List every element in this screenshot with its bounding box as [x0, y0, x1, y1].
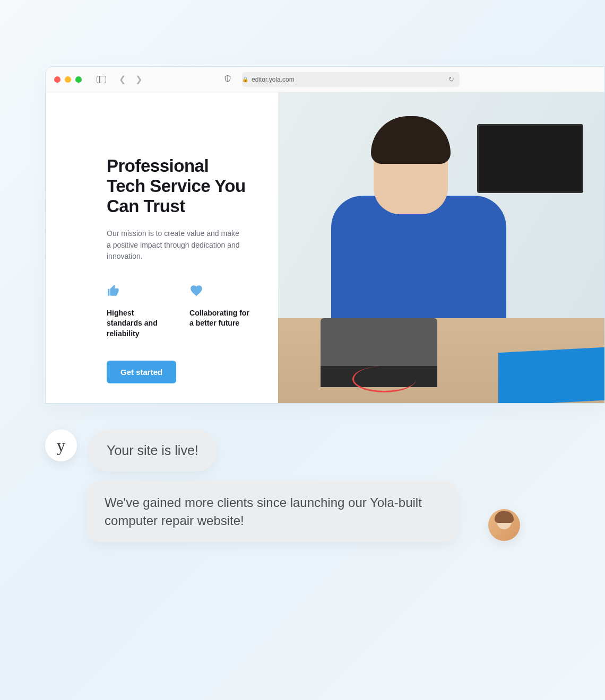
url-text: editor.yola.com	[252, 76, 295, 83]
features-row: Highest standards and reliability Collab…	[107, 284, 252, 339]
page-content: Professional Tech Service You Can Trust …	[46, 92, 604, 403]
thumbs-up-icon	[107, 284, 170, 301]
chat-row-yola: y Your site is live!	[45, 430, 573, 471]
browser-toolbar: ❮ ❯ 🔒 editor.yola.com ↻	[46, 67, 604, 92]
forward-button[interactable]: ❯	[133, 74, 144, 84]
user-avatar	[488, 509, 520, 541]
hero-left-panel: Professional Tech Service You Can Trust …	[46, 92, 278, 403]
hero-subtitle: Our mission is to create value and make …	[107, 228, 245, 262]
feature-text: Collaborating for a better future	[189, 308, 252, 329]
privacy-shield-icon[interactable]	[224, 75, 231, 84]
lock-icon: 🔒	[242, 76, 248, 82]
chat-section: y Your site is live! We've gained more c…	[45, 430, 573, 552]
hero-image-panel	[278, 92, 604, 403]
back-button[interactable]: ❮	[117, 74, 128, 84]
sidebar-toggle-icon[interactable]	[97, 76, 106, 83]
refresh-icon[interactable]: ↻	[448, 75, 454, 83]
close-window-icon[interactable]	[54, 76, 60, 83]
feature-reliability: Highest standards and reliability	[107, 284, 170, 339]
maximize-window-icon[interactable]	[75, 76, 82, 83]
hero-title: Professional Tech Service You Can Trust	[107, 156, 252, 216]
traffic-lights	[54, 76, 82, 83]
browser-window: ❮ ❯ 🔒 editor.yola.com ↻ Professional Tec…	[45, 66, 605, 404]
minimize-window-icon[interactable]	[65, 76, 71, 83]
heart-icon	[189, 284, 252, 301]
chat-bubble-testimonial: We've gained more clients since launchin…	[87, 481, 458, 542]
address-bar[interactable]: 🔒 editor.yola.com ↻	[242, 72, 460, 87]
chat-bubble-live: Your site is live!	[89, 430, 217, 471]
feature-text: Highest standards and reliability	[107, 308, 170, 339]
yola-avatar: y	[45, 430, 77, 461]
hero-image	[278, 92, 604, 403]
feature-collaboration: Collaborating for a better future	[189, 284, 252, 339]
get-started-button[interactable]: Get started	[107, 361, 176, 383]
